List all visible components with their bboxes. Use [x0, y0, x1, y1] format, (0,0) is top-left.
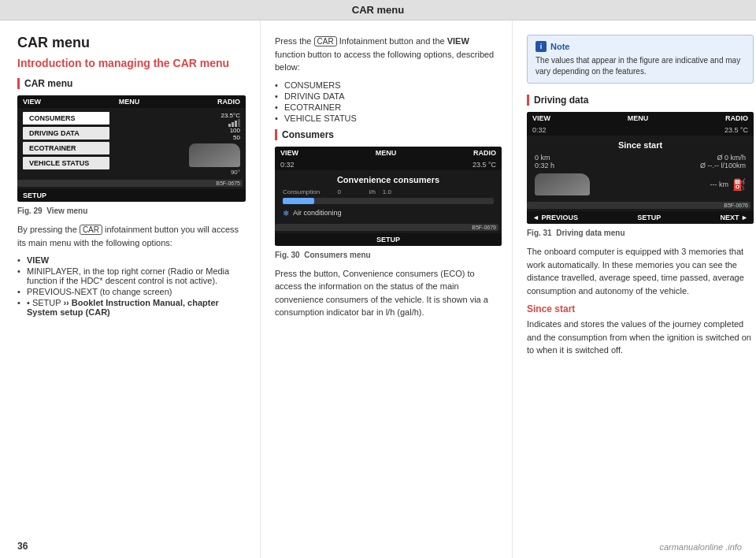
options-list: VIEW MINIPLAYER, in the top right corner… [17, 255, 246, 317]
page-number: 36 [17, 541, 28, 552]
driving-data-screen: VIEW MENU RADIO 0:32 23.5 °C Since start… [527, 112, 754, 224]
opt-consumers: CONSUMERS [275, 80, 501, 90]
screen-top-bar: VIEW MENU RADIO [17, 95, 246, 108]
fig30-number: Fig. 30 [275, 251, 300, 259]
main-title: CAR menu [17, 35, 246, 51]
driving-data-body-text: The onboard computer is equipped with 3 … [527, 245, 754, 297]
note-title: i Note [536, 41, 745, 52]
dd-screen-body: Since start 0 km 0:32 h Ø 0 km/h Ø --.--… [527, 136, 754, 200]
option-setup: • SETUP ›› Booklet Instruction Manual, c… [17, 298, 246, 317]
dd-prev: ◄ PREVIOUS [532, 214, 578, 221]
section-label-driving-data: Driving data [527, 95, 754, 106]
opt-ecotrainer: ECOTRAINER [275, 102, 501, 112]
consumers-screen-body: Convenience consumers Consumption 0 l/h … [275, 170, 502, 222]
screen-radio-label: RADIO [217, 98, 240, 106]
screen-bottom-bar: SETUP [17, 189, 246, 202]
option-view: VIEW [17, 255, 246, 265]
fig29-number: Fig. 29 [17, 206, 43, 215]
car-options-list: CONSUMERS DRIVING DATA ECOTRAINER VEHICL… [275, 80, 501, 123]
screen-menu-label: MENU [119, 98, 140, 106]
bar-min: 0 [337, 188, 340, 195]
menu-btn-vehicle-status[interactable]: VEHICLE STATUS [23, 157, 109, 169]
press-text: Press the CAR Infotainment button and th… [275, 35, 501, 74]
bar-max: 1.0 [383, 188, 391, 195]
cons-time: 0:32 [280, 161, 295, 169]
since-start-text: Indicates and stores the values of the j… [527, 318, 754, 357]
fig29-text: View menu [46, 206, 87, 215]
dd-kmh: Ø 0 km/h [717, 154, 746, 162]
cons-menu: MENU [376, 149, 397, 157]
screen-view-label: VIEW [23, 98, 41, 106]
dd-radio: RADIO [725, 114, 748, 122]
menu-btn-ecotrainer[interactable]: ECOTRAINER [23, 142, 109, 154]
opt-driving-data: DRIVING DATA [275, 91, 501, 101]
menu-btn-driving-data[interactable]: DRIVING DATA [23, 127, 109, 140]
air-conditioning-row: ❄ Air conditioning [283, 209, 494, 218]
top-bar-label: CAR menu [352, 4, 404, 16]
option-miniplayer: MINIPLAYER, in the top right corner (Rad… [17, 266, 246, 285]
fig31-text: Driving data menu [556, 229, 624, 237]
bar-unit: l/h [369, 188, 375, 195]
dd-cons: Ø --.-- l/100km [700, 162, 746, 169]
cons-view: VIEW [280, 149, 298, 157]
fig31-caption: Fig. 31 Driving data menu [527, 229, 754, 237]
mid-column: Press the CAR Infotainment button and th… [261, 20, 513, 558]
note-icon: i [536, 41, 547, 52]
dd-bottom-bar: ◄ PREVIOUS SETUP NEXT ► [527, 211, 754, 224]
fig31-number: Fig. 31 [527, 229, 552, 237]
consumption-label: Consumption [283, 188, 320, 195]
note-box: i Note The values that appear in the fig… [527, 35, 754, 84]
screen-setup-label: SETUP [23, 192, 46, 199]
dd-time: 0:32 [532, 126, 547, 134]
aircon-label: Air conditioning [293, 209, 342, 217]
fig29-caption: Fig. 29 View menu [17, 206, 246, 215]
opt-vehicle-status: VEHICLE STATUS [275, 113, 501, 123]
cons-radio: RADIO [473, 149, 496, 157]
section-label-car-menu: CAR menu [17, 78, 246, 89]
note-title-text: Note [550, 42, 569, 51]
consumers-screen-bottom: SETUP [275, 233, 502, 246]
fig30-caption: Fig. 30 Consumers menu [275, 251, 501, 259]
section-label-consumers: Consumers [275, 129, 501, 140]
note-text: The values that appear in the figure are… [536, 55, 745, 77]
consumers-body-text: Press the button, Convenience consumers … [275, 267, 501, 319]
watermark: carmanualonline .info [659, 542, 742, 552]
option-prev-next: PREVIOUS-NEXT (to change screen) [17, 287, 246, 296]
snowflake-icon: ❄ [283, 209, 289, 218]
bsf-badge-2: B5F-0679 [275, 224, 498, 231]
bsf-badge-1: B5F-0675 [17, 180, 243, 187]
cons-temp: 23.5 °C [472, 161, 496, 169]
consumers-screen-top: VIEW MENU RADIO [275, 147, 502, 159]
cons-title: Convenience consumers [283, 175, 494, 184]
cons-setup: SETUP [376, 236, 400, 244]
body-text-1: By pressing the CAR infotainment button … [17, 223, 246, 249]
dd-setup: SETUP [637, 214, 661, 221]
consumers-screen: VIEW MENU RADIO 0:32 23.5 °C Convenience… [275, 147, 502, 246]
dd-since-start: Since start [535, 140, 746, 150]
sub-title: Introduction to managing the CAR menu [17, 56, 246, 70]
dd-menu: MENU [628, 114, 649, 122]
dd-km-val: --- km [710, 180, 729, 188]
bsf-badge-3: B5F-0676 [527, 202, 750, 209]
top-bar: CAR menu [0, 0, 756, 20]
car-menu-screen: VIEW MENU RADIO CONSUMERS DRIVING DATA E… [17, 95, 246, 202]
fig30-text: Consumers menu [304, 251, 370, 259]
dd-temp: 23.5 °C [724, 126, 748, 134]
right-column: i Note The values that appear in the fig… [513, 20, 756, 558]
dd-next: NEXT ► [721, 214, 748, 221]
left-column: CAR menu Introduction to managing the CA… [0, 20, 261, 558]
dd-time-val: 0:32 h [535, 162, 554, 169]
dd-km: 0 km [535, 154, 554, 162]
dd-view: VIEW [532, 114, 550, 122]
menu-btn-consumers[interactable]: CONSUMERS [23, 112, 109, 125]
since-start-title: Since start [527, 303, 754, 314]
dd-top-bar: VIEW MENU RADIO [527, 112, 754, 125]
